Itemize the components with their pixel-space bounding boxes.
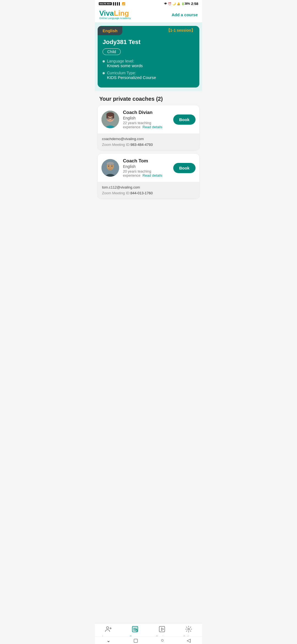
coaches-section-title: Your private coaches (2) [95,91,202,105]
coach-info-tom: Coach Tom English 20 years teaching expe… [123,158,169,178]
svg-point-9 [108,118,109,119]
eye-icon: 👁 [164,2,167,5]
read-details-tom[interactable]: Read details [142,173,162,178]
language-level-content: Language level: Knows some words [107,59,143,68]
avatar-tom [101,159,119,177]
course-card-body: Jody381 Test Child Language level: Knows… [98,35,199,88]
logo-viva: Viva [99,9,114,17]
zoom-id-tom: 844-013-1760 [130,191,153,195]
book-button-tom[interactable]: Book [173,163,196,173]
language-level-value: Knows some words [107,63,143,68]
coach-zoom-tom: Zoom Meeting ID:844-013-1760 [102,191,195,195]
read-details-divian[interactable]: Read details [142,125,162,129]
status-right: 👁 ⏰ 🌙 🔔 🔋38% 2:58 [164,2,198,6]
coach-email-divian: coachdemo@vivaling.com [102,137,195,141]
coach-email-tom: tom.c112@vivaling.com [102,185,195,189]
logo: VivaLing Online Language Academy [99,10,131,20]
coach-name-divian: Coach Divian [123,110,169,115]
clock-time: 2:58 [191,2,198,6]
signal-icon: ▌▌▌▌ [113,2,121,5]
svg-point-15 [108,166,109,167]
zoom-label-tom: Zoom Meeting ID: [102,191,130,195]
coach-contact-tom: tom.c112@vivaling.com Zoom Meeting ID:84… [98,182,199,198]
svg-point-10 [112,118,113,119]
language-level-label: Language level: [107,59,134,63]
coaches-count: (2) [156,96,163,102]
add-course-button[interactable]: Add a course [172,12,198,17]
course-card-header: English 【1-1 session】 [98,26,199,35]
course-card: English 【1-1 session】 Jody381 Test Child… [98,26,199,88]
coach-card-divian: Coach Divian English 22 years teaching e… [98,105,199,150]
coach-info-divian: Coach Divian English 22 years teaching e… [123,110,169,129]
alarm-icon: ⏰ [168,2,171,5]
coach-experience-tom: 20 years teaching experience Read detail… [123,169,169,178]
zoom-id-divian: 983-484-4793 [130,143,153,147]
bullet-dot-2 [103,72,105,74]
app-header: VivaLing Online Language Academy Add a c… [95,7,202,23]
zoom-label-divian: Zoom Meeting ID: [102,143,130,147]
main-content: English 【1-1 session】 Jody381 Test Child… [95,23,202,230]
curriculum-type-value: KIDS Personalized Course [107,75,156,80]
language-level-row: Language level: Knows some words [103,59,194,68]
coach-zoom-divian: Zoom Meeting ID:983-484-4793 [102,143,195,147]
coach-language-divian: English [123,116,169,120]
logo-text: VivaLing [99,10,129,17]
curriculum-type-content: Curriculum Type: KIDS Personalized Cours… [107,71,156,80]
bell-icon: 🔔 [177,2,180,5]
moon-icon: 🌙 [172,2,176,5]
language-badge: English [98,26,122,35]
coach-card-top-divian: Coach Divian English 22 years teaching e… [98,105,199,133]
svg-point-16 [111,166,112,167]
coach-name-tom: Coach Tom [123,158,169,164]
age-group-tag: Child [103,48,121,55]
status-left: VoLTE 4G+ ▌▌▌▌ 📶 [99,2,125,5]
logo-ling: Ling [114,9,129,17]
curriculum-type-label: Curriculum Type: [107,71,136,75]
coach-card-tom: Coach Tom English 20 years teaching expe… [98,154,199,198]
logo-subtitle: Online Language Academy [99,17,131,20]
wifi-icon: 📶 [122,2,125,5]
session-badge: 【1-1 session】 [162,26,199,35]
coach-experience-divian: 22 years teaching experience Read detail… [123,121,169,129]
battery-icon: 🔋38% [181,2,190,5]
curriculum-type-row: Curriculum Type: KIDS Personalized Cours… [103,71,194,80]
bullet-dot [103,60,105,62]
book-button-divian[interactable]: Book [173,114,196,125]
learner-name: Jody381 Test [103,39,194,46]
svg-point-14 [107,162,114,165]
coach-language-tom: English [123,164,169,169]
volte-badge: VoLTE 4G+ [99,2,112,5]
coach-contact-divian: coachdemo@vivaling.com Zoom Meeting ID:9… [98,133,199,150]
avatar-divian [101,111,119,128]
card-scroll-area: English 【1-1 session】 Jody381 Test Child… [95,23,202,91]
status-bar: VoLTE 4G+ ▌▌▌▌ 📶 👁 ⏰ 🌙 🔔 🔋38% 2:58 [95,0,202,7]
coach-card-top-tom: Coach Tom English 20 years teaching expe… [98,154,199,182]
